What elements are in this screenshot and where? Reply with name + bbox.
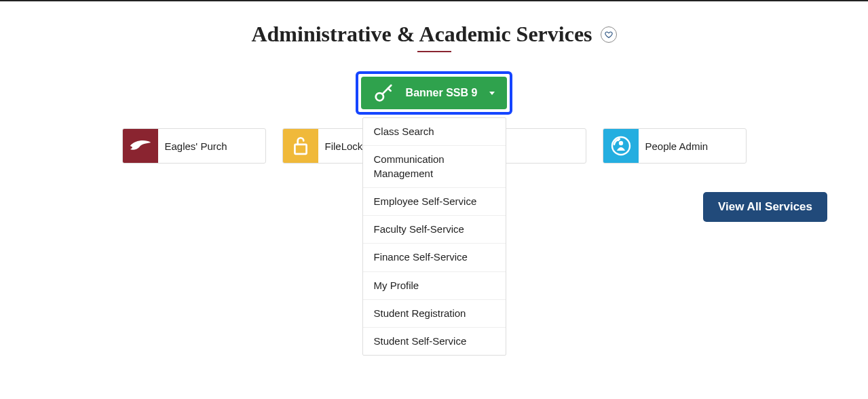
card-label: People Admin — [639, 129, 715, 163]
dropdown-item[interactable]: Employee Self-Service — [363, 188, 506, 216]
lock-open-icon — [283, 129, 318, 163]
favorite-heart-icon[interactable] — [601, 26, 617, 43]
svg-point-5 — [618, 141, 622, 145]
dropdown-item[interactable]: Communication Management — [363, 146, 506, 188]
banner-dropdown-wrapper: Banner SSB 9 Class Search Communication … — [41, 71, 827, 115]
banner-highlight-box: Banner SSB 9 — [356, 71, 513, 115]
eagle-icon — [123, 129, 158, 163]
key-icon — [373, 83, 394, 103]
svg-point-4 — [612, 137, 630, 155]
dropdown-item[interactable]: My Profile — [363, 272, 506, 300]
dropdown-item[interactable]: Class Search — [363, 118, 506, 146]
service-card-eagles-purch[interactable]: Eagles' Purch — [122, 128, 266, 164]
svg-line-2 — [388, 88, 390, 91]
page-title: Administrative & Academic Services — [251, 22, 592, 47]
svg-rect-3 — [295, 145, 306, 154]
title-underline — [417, 51, 451, 52]
page-header: Administrative & Academic Services — [41, 22, 827, 52]
person-arrow-icon — [603, 129, 639, 163]
dropdown-item[interactable]: Student Registration — [363, 300, 506, 328]
dropdown-item[interactable]: Faculty Self-Service — [363, 216, 506, 244]
banner-button-label: Banner SSB 9 — [406, 87, 478, 99]
service-card-people-admin[interactable]: People Admin — [603, 128, 747, 164]
card-label: Eagles' Purch — [158, 129, 234, 163]
caret-down-icon — [489, 92, 495, 95]
view-all-services-button[interactable]: View All Services — [703, 192, 827, 222]
banner-dropdown-menu: Class Search Communication Management Em… — [362, 117, 506, 356]
dropdown-item[interactable]: Finance Self-Service — [363, 244, 506, 271]
banner-ssb-button[interactable]: Banner SSB 9 — [361, 77, 508, 109]
dropdown-item[interactable]: Student Self-Service — [363, 328, 506, 355]
